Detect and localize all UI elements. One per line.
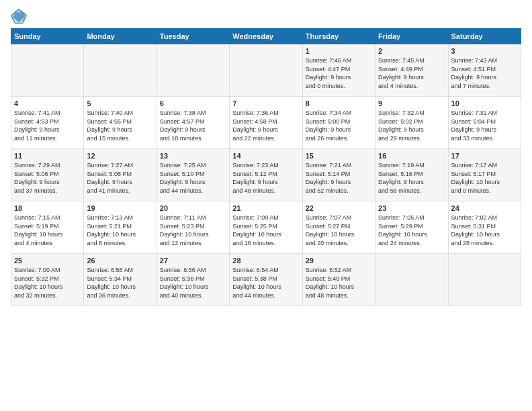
- calendar-cell: 12Sunrise: 7:27 AM Sunset: 5:08 PM Dayli…: [84, 149, 157, 201]
- day-number: 19: [87, 204, 153, 212]
- day-info: Sunrise: 7:34 AM Sunset: 5:00 PM Dayligh…: [306, 109, 372, 142]
- week-row-4: 25Sunrise: 7:00 AM Sunset: 5:32 PM Dayli…: [11, 254, 521, 306]
- day-info: Sunrise: 7:00 AM Sunset: 5:32 PM Dayligh…: [14, 266, 81, 300]
- calendar-cell: 15Sunrise: 7:21 AM Sunset: 5:14 PM Dayli…: [302, 149, 375, 201]
- week-row-1: 4Sunrise: 7:41 AM Sunset: 4:53 PM Daylig…: [11, 97, 521, 149]
- week-row-0: 1Sunrise: 7:46 AM Sunset: 4:47 PM Daylig…: [11, 44, 521, 97]
- day-number: 29: [306, 257, 372, 265]
- day-info: Sunrise: 6:52 AM Sunset: 5:40 PM Dayligh…: [306, 266, 372, 300]
- day-number: 28: [232, 257, 299, 265]
- week-row-2: 11Sunrise: 7:29 AM Sunset: 5:06 PM Dayli…: [11, 149, 521, 201]
- calendar-cell: 3Sunrise: 7:43 AM Sunset: 4:51 PM Daylig…: [448, 44, 521, 97]
- day-header-saturday: Saturday: [448, 29, 521, 44]
- day-number: 2: [378, 47, 445, 55]
- calendar-cell: [84, 44, 157, 97]
- day-info: Sunrise: 7:05 AM Sunset: 5:29 PM Dayligh…: [378, 214, 445, 247]
- calendar-cell: 28Sunrise: 6:54 AM Sunset: 5:38 PM Dayli…: [230, 254, 302, 306]
- day-info: Sunrise: 7:07 AM Sunset: 5:27 PM Dayligh…: [306, 214, 372, 247]
- day-number: 8: [306, 99, 372, 107]
- day-number: 26: [87, 257, 153, 265]
- day-number: 10: [451, 99, 518, 107]
- day-number: 5: [87, 99, 153, 107]
- day-info: Sunrise: 7:27 AM Sunset: 5:08 PM Dayligh…: [87, 161, 153, 195]
- day-info: Sunrise: 7:32 AM Sunset: 5:02 PM Dayligh…: [378, 109, 445, 142]
- calendar-cell: 24Sunrise: 7:02 AM Sunset: 5:31 PM Dayli…: [448, 201, 521, 254]
- day-info: Sunrise: 7:43 AM Sunset: 4:51 PM Dayligh…: [451, 56, 518, 90]
- day-info: Sunrise: 7:45 AM Sunset: 4:49 PM Dayligh…: [378, 56, 445, 90]
- calendar-cell: 26Sunrise: 6:58 AM Sunset: 5:34 PM Dayli…: [84, 254, 157, 306]
- calendar-cell: 17Sunrise: 7:17 AM Sunset: 5:17 PM Dayli…: [448, 149, 521, 201]
- day-number: 3: [451, 47, 518, 55]
- calendar-cell: 14Sunrise: 7:23 AM Sunset: 5:12 PM Dayli…: [230, 149, 302, 201]
- calendar-cell: 5Sunrise: 7:40 AM Sunset: 4:55 PM Daylig…: [84, 97, 157, 149]
- day-info: Sunrise: 6:56 AM Sunset: 5:36 PM Dayligh…: [160, 266, 226, 300]
- day-header-monday: Monday: [84, 29, 157, 44]
- day-number: 15: [306, 152, 372, 160]
- calendar-cell: 10Sunrise: 7:31 AM Sunset: 5:04 PM Dayli…: [448, 97, 521, 149]
- day-info: Sunrise: 7:19 AM Sunset: 5:16 PM Dayligh…: [378, 161, 445, 195]
- day-info: Sunrise: 7:29 AM Sunset: 5:06 PM Dayligh…: [14, 161, 81, 195]
- header: [11, 8, 521, 24]
- calendar-cell: [11, 44, 84, 97]
- day-info: Sunrise: 7:31 AM Sunset: 5:04 PM Dayligh…: [451, 109, 518, 142]
- day-info: Sunrise: 7:13 AM Sunset: 5:21 PM Dayligh…: [87, 214, 153, 247]
- calendar-cell: 21Sunrise: 7:09 AM Sunset: 5:25 PM Dayli…: [230, 201, 302, 254]
- calendar-cell: 9Sunrise: 7:32 AM Sunset: 5:02 PM Daylig…: [375, 97, 448, 149]
- day-info: Sunrise: 7:36 AM Sunset: 4:58 PM Dayligh…: [232, 109, 299, 142]
- page-container: SundayMondayTuesdayWednesdayThursdayFrid…: [0, 0, 532, 312]
- day-info: Sunrise: 7:23 AM Sunset: 5:12 PM Dayligh…: [232, 161, 299, 195]
- calendar-cell: 19Sunrise: 7:13 AM Sunset: 5:21 PM Dayli…: [84, 201, 157, 254]
- calendar-cell: [448, 254, 521, 306]
- day-number: 13: [160, 152, 226, 160]
- day-number: 12: [87, 152, 153, 160]
- day-info: Sunrise: 6:58 AM Sunset: 5:34 PM Dayligh…: [87, 266, 153, 300]
- day-info: Sunrise: 6:54 AM Sunset: 5:38 PM Dayligh…: [232, 266, 299, 300]
- day-number: 1: [306, 47, 372, 55]
- day-info: Sunrise: 7:46 AM Sunset: 4:47 PM Dayligh…: [306, 56, 372, 90]
- day-header-tuesday: Tuesday: [157, 29, 229, 44]
- calendar-cell: 16Sunrise: 7:19 AM Sunset: 5:16 PM Dayli…: [375, 149, 448, 201]
- day-info: Sunrise: 7:17 AM Sunset: 5:17 PM Dayligh…: [451, 161, 518, 195]
- calendar-cell: 29Sunrise: 6:52 AM Sunset: 5:40 PM Dayli…: [302, 254, 375, 306]
- day-info: Sunrise: 7:41 AM Sunset: 4:53 PM Dayligh…: [14, 109, 81, 142]
- week-row-3: 18Sunrise: 7:15 AM Sunset: 5:19 PM Dayli…: [11, 201, 521, 254]
- logo-icon: [11, 8, 27, 24]
- day-header-sunday: Sunday: [11, 29, 84, 44]
- day-header-friday: Friday: [375, 29, 448, 44]
- day-number: 4: [14, 99, 81, 107]
- day-info: Sunrise: 7:38 AM Sunset: 4:57 PM Dayligh…: [160, 109, 226, 142]
- day-number: 25: [14, 257, 81, 265]
- day-number: 9: [378, 99, 445, 107]
- calendar-cell: 27Sunrise: 6:56 AM Sunset: 5:36 PM Dayli…: [157, 254, 229, 306]
- day-info: Sunrise: 7:40 AM Sunset: 4:55 PM Dayligh…: [87, 109, 153, 142]
- calendar-cell: 22Sunrise: 7:07 AM Sunset: 5:27 PM Dayli…: [302, 201, 375, 254]
- day-number: 22: [306, 204, 372, 212]
- calendar-cell: [375, 254, 448, 306]
- day-number: 7: [232, 99, 299, 107]
- day-number: 20: [160, 204, 226, 212]
- day-info: Sunrise: 7:02 AM Sunset: 5:31 PM Dayligh…: [451, 214, 518, 247]
- day-info: Sunrise: 7:09 AM Sunset: 5:25 PM Dayligh…: [232, 214, 299, 247]
- day-number: 21: [232, 204, 299, 212]
- calendar-cell: [230, 44, 302, 97]
- day-header-thursday: Thursday: [302, 29, 375, 44]
- calendar-cell: 2Sunrise: 7:45 AM Sunset: 4:49 PM Daylig…: [375, 44, 448, 97]
- day-number: 18: [14, 204, 81, 212]
- calendar-cell: 4Sunrise: 7:41 AM Sunset: 4:53 PM Daylig…: [11, 97, 84, 149]
- calendar-cell: 6Sunrise: 7:38 AM Sunset: 4:57 PM Daylig…: [157, 97, 229, 149]
- calendar-cell: 1Sunrise: 7:46 AM Sunset: 4:47 PM Daylig…: [302, 44, 375, 97]
- day-number: 16: [378, 152, 445, 160]
- day-number: 6: [160, 99, 226, 107]
- calendar-cell: 25Sunrise: 7:00 AM Sunset: 5:32 PM Dayli…: [11, 254, 84, 306]
- logo: [11, 8, 30, 24]
- calendar-table: SundayMondayTuesdayWednesdayThursdayFrid…: [11, 28, 521, 306]
- calendar-cell: [157, 44, 229, 97]
- day-number: 11: [14, 152, 81, 160]
- day-info: Sunrise: 7:21 AM Sunset: 5:14 PM Dayligh…: [306, 161, 372, 195]
- day-number: 24: [451, 204, 518, 212]
- day-number: 27: [160, 257, 226, 265]
- header-row: SundayMondayTuesdayWednesdayThursdayFrid…: [11, 29, 521, 44]
- day-info: Sunrise: 7:15 AM Sunset: 5:19 PM Dayligh…: [14, 214, 81, 247]
- day-number: 23: [378, 204, 445, 212]
- calendar-cell: 7Sunrise: 7:36 AM Sunset: 4:58 PM Daylig…: [230, 97, 302, 149]
